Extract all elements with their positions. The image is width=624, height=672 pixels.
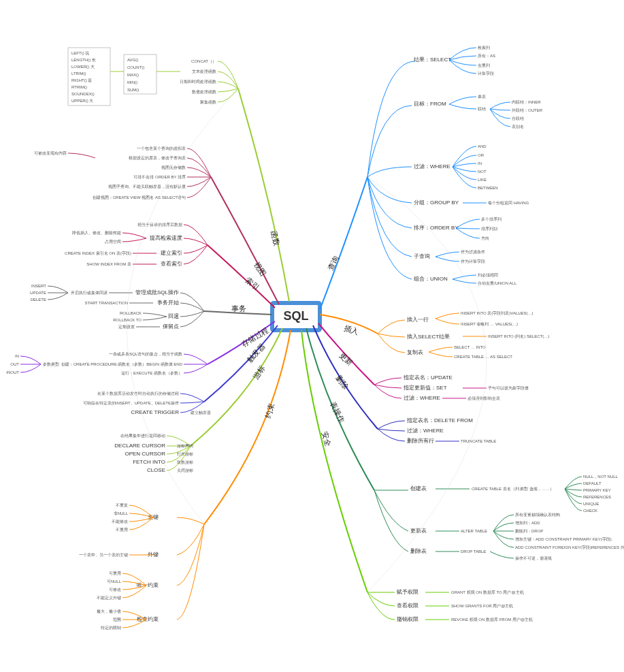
cursor-group: 在结果集中进行返回移动 DECLARE CURSOR OPEN CURSOR F…	[114, 434, 193, 473]
svg-text:MIN(): MIN()	[127, 80, 137, 84]
svg-text:LEFT() 说: LEFT() 说	[71, 51, 89, 55]
svg-text:回退: 回退	[168, 313, 179, 319]
svg-text:NULL，NOT NULL: NULL，NOT NULL	[583, 475, 619, 479]
svg-text:增加列：ADD: 增加列：ADD	[514, 521, 540, 525]
svg-text:指定表名：DELETE FROM: 指定表名：DELETE FROM	[406, 417, 473, 423]
svg-text:运行：EXECUTE 函数名（参数）: 运行：EXECUTE 函数名（参数）	[121, 371, 182, 376]
svg-text:一个表中、另一个表的主键: 一个表中、另一个表的主键	[79, 552, 128, 557]
svg-text:ADD CONSTRAINT FOREIGN KEY(字段): ADD CONSTRAINT FOREIGN KEY(字段)REFERENCES…	[515, 545, 624, 550]
security-group: 赋予权限 查看权限 撤销权限 GRANT 权限 ON 数据库 TO 用户@主机 …	[367, 589, 533, 622]
svg-text:赋予权限: 赋予权限	[397, 589, 418, 595]
svg-text:SOUNDEX(): SOUNDEX()	[71, 92, 95, 96]
svg-text:关闭游标: 关闭游标	[177, 468, 193, 473]
svg-text:IN: IN	[478, 161, 482, 165]
svg-text:查看权限: 查看权限	[397, 603, 418, 609]
svg-text:CREATE TRIGGER: CREATE TRIGGER	[131, 409, 180, 415]
svg-text:非NULL: 非NULL	[114, 511, 129, 515]
svg-text:作为过滤条件: 作为过滤条件	[460, 250, 485, 254]
branch-procedure: 存储过程	[208, 321, 275, 364]
trigger-group: 在某个数据库活动发生时自动执行的存储过程 可响应在特定表的INSERT、UPDA…	[83, 391, 211, 415]
svg-text:自联结: 自联结	[512, 116, 524, 121]
svg-text:创建视图：CREATE VIEW 视图名 AS SELECT: 创建视图：CREATE VIEW 视图名 AS SELECT语句	[93, 195, 186, 199]
svg-text:去重列: 去重列	[478, 63, 490, 67]
svg-text:DEFAULT: DEFAULT	[583, 481, 602, 485]
svg-text:FETCH INTO: FETCH INTO	[133, 459, 165, 465]
svg-text:LTRIM(): LTRIM()	[71, 71, 86, 76]
svg-text:CREATE INDEX 索引名 ON 表(字段): CREATE INDEX 索引名 ON 表(字段)	[65, 251, 131, 255]
svg-text:不能定义外键: 不能定义外键	[97, 595, 121, 600]
svg-text:UPPER() 大: UPPER() 大	[71, 99, 93, 103]
svg-text:不重复: 不重复	[116, 503, 128, 507]
svg-text:事务开始: 事务开始	[157, 300, 179, 306]
svg-text:取数游标: 取数游标	[177, 460, 193, 464]
svg-rect-154	[68, 48, 110, 106]
svg-text:指定表名：UPDATE: 指定表名：UPDATE	[403, 374, 453, 381]
svg-text:所有：AS: 所有：AS	[478, 54, 495, 58]
svg-text:结果：SELECT: 结果：SELECT	[414, 57, 451, 63]
svg-text:CLOSE: CLOSE	[147, 467, 165, 473]
svg-text:AVG(): AVG()	[127, 58, 138, 62]
svg-text:子句可以设为新字段值: 子句可以设为新字段值	[488, 385, 529, 390]
svg-text:管理成批SQL操作: 管理成批SQL操作	[135, 289, 179, 295]
query-group: 结果：SELECT 目标：FROM 过滤：WHERE 分组：GROUP BY 排…	[367, 46, 543, 285]
svg-text:存储过程: 存储过程	[240, 325, 270, 348]
svg-text:一个包含某个查询的虚拟表: 一个包含某个查询的虚拟表	[137, 146, 186, 150]
svg-text:OR: OR	[478, 153, 485, 157]
svg-text:更新表: 更新表	[410, 528, 427, 534]
svg-text:根据设定的原表，修改子查询表: 根据设定的原表，修改子查询表	[129, 155, 186, 160]
svg-text:索引: 索引	[244, 276, 261, 291]
svg-text:可重用: 可重用	[109, 571, 121, 575]
svg-text:INOUT: INOUT	[6, 370, 19, 374]
svg-text:SELECT … INTO: SELECT … INTO	[454, 345, 486, 349]
svg-text:插入SELECT结果: 插入SELECT结果	[407, 334, 450, 340]
svg-text:开启执行或集体回滚: 开启执行或集体回滚	[71, 290, 108, 295]
svg-text:外联结：OUTER: 外联结：OUTER	[512, 108, 543, 112]
svg-text:在某个数据库活动发生时自动执行的存储过程: 在某个数据库活动发生时自动执行的存储过程	[97, 391, 179, 396]
transaction-group: 管理成批SQL操作 事务开始 回退 保留点 开启执行或集体回滚 INSERT U…	[30, 284, 204, 330]
procedure-group: 一条或多条SQL语句的集合，相当于函数 创建：CREATE PROCEDURE …	[6, 352, 208, 376]
svg-text:分组：GROUP BY: 分组：GROUP BY	[414, 199, 459, 206]
svg-text:检索列: 检索列	[478, 46, 490, 50]
svg-text:函数: 函数	[269, 230, 281, 246]
branch-insert: 插入	[320, 315, 378, 336]
svg-text:不能修改: 不能修改	[112, 519, 128, 524]
svg-text:提高检索速度: 提高检索速度	[150, 235, 182, 241]
branch-delete: 删除	[313, 325, 378, 429]
svg-text:RTRIM(): RTRIM()	[71, 85, 87, 89]
svg-text:插入一行: 插入一行	[407, 317, 429, 323]
svg-text:插入: 插入	[343, 323, 360, 336]
svg-text:查询: 查询	[326, 255, 340, 272]
svg-text:数值处理函数: 数值处理函数	[192, 90, 216, 94]
svg-text:UPDATE: UPDATE	[30, 291, 46, 295]
svg-text:NOT: NOT	[478, 170, 487, 174]
svg-text:撤销权限: 撤销权限	[397, 616, 418, 622]
root-label: SQL	[283, 309, 308, 323]
svg-text:AND: AND	[478, 144, 487, 148]
svg-text:查看索引: 查看索引	[161, 261, 182, 267]
svg-text:游标: 游标	[252, 364, 267, 381]
svg-text:删除表: 删除表	[410, 548, 427, 554]
svg-text:UNIQUE: UNIQUE	[583, 502, 599, 506]
update-group: 指定表名：UPDATE 指定更新值：SET 过滤：WHERE 子句可以设为新字段…	[374, 374, 529, 401]
table-group: 创建表 更新表 删除表 CREATE TABLE 表名（列 类型 选项，……） …	[374, 475, 624, 560]
svg-text:TRUNCATE TABLE: TRUNCATE TABLE	[461, 439, 496, 443]
branch-query: 查询	[320, 177, 367, 310]
svg-text:组合：UNION: 组合：UNION	[414, 276, 448, 282]
svg-text:删除所有行: 删除所有行	[407, 438, 434, 444]
svg-text:列必须相同: 列必须相同	[478, 272, 498, 277]
svg-text:日期和时间处理函数: 日期和时间处理函数	[180, 80, 216, 84]
svg-text:REFERENCES: REFERENCES	[583, 495, 611, 499]
svg-text:建立索引: 建立索引	[160, 250, 182, 256]
svg-text:目标：FROM: 目标：FROM	[414, 101, 446, 107]
svg-text:BETWEEN: BETWEEN	[478, 186, 498, 190]
svg-text:SHOW GRANTS FOR 用户@主机: SHOW GRANTS FOR 用户@主机	[451, 603, 513, 608]
svg-text:删除列：DROP: 删除列：DROP	[515, 529, 543, 533]
svg-text:过滤：WHERE: 过滤：WHERE	[414, 163, 450, 170]
svg-text:CONCAT（）: CONCAT（）	[191, 59, 216, 64]
svg-text:REVOKE 权限 ON 数据库 FROM 用户@主机: REVOKE 权限 ON 数据库 FROM 用户@主机	[451, 617, 533, 622]
svg-text:更新: 更新	[338, 351, 355, 368]
svg-text:INSERT: INSERT	[31, 284, 46, 288]
svg-text:单表: 单表	[478, 95, 486, 99]
svg-text:ROLLBACK TO: ROLLBACK TO	[113, 318, 142, 322]
svg-text:每个分组返回 HAVING: 每个分组返回 HAVING	[488, 201, 529, 205]
